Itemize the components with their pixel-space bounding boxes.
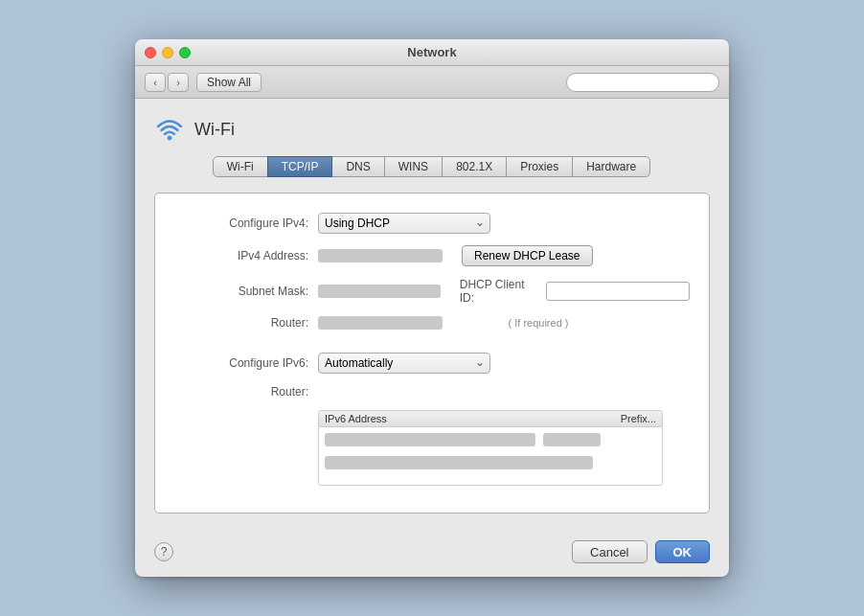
tab-tcpip[interactable]: TCP/IP [267,156,333,177]
dhcp-client-id-input[interactable] [546,282,690,301]
ipv6-address-cell [325,433,535,446]
wifi-header: Wi-Fi [154,114,710,145]
main-panel: Configure IPv4: Using DHCP IPv4 Address:… [154,193,710,513]
svg-point-0 [168,136,171,140]
subnet-mask-row: Subnet Mask: DHCP Client ID: [174,278,690,305]
nav-buttons: ‹ › [145,73,189,92]
forward-button[interactable]: › [168,73,189,92]
prefix-cell [543,433,601,446]
ipv4-address-label: IPv4 Address: [174,249,318,262]
ipv4-address-row: IPv4 Address: Renew DHCP Lease [174,245,690,266]
cancel-button[interactable]: Cancel [572,540,647,563]
ipv6-table-row: IPv6 Address Prefix... [174,410,690,486]
renew-dhcp-lease-button[interactable]: Renew DHCP Lease [462,245,593,266]
table-row [325,454,656,471]
configure-ipv4-row: Configure IPv4: Using DHCP [174,213,690,234]
subnet-mask-label: Subnet Mask: [174,285,318,298]
wifi-icon [154,114,185,145]
toolbar: ‹ › Show All [135,66,729,99]
configure-ipv6-row: Configure IPv6: Automatically [174,353,690,374]
configure-ipv6-label: Configure IPv6: [174,356,318,370]
maximize-button[interactable] [179,47,191,58]
router-label: Router: [174,316,318,330]
tab-8021x[interactable]: 802.1X [442,156,507,177]
configure-ipv6-select[interactable]: Automatically [318,353,490,374]
if-required-row: Router: ( If required ) [174,316,690,330]
traffic-lights [145,47,191,58]
tab-dns[interactable]: DNS [331,156,384,177]
if-required-text: ( If required ) [462,317,615,329]
tabs-bar: Wi-Fi TCP/IP DNS WINS 802.1X Proxies Har… [154,156,710,177]
table-row [325,431,656,448]
ipv6-table-body [319,427,662,485]
back-button[interactable]: ‹ [145,73,166,92]
help-button[interactable]: ? [154,542,173,561]
router-value [318,316,443,330]
configure-ipv4-label: Configure IPv4: [174,217,318,230]
tab-wins[interactable]: WINS [384,156,443,177]
search-input[interactable] [566,73,719,92]
bottom-bar: ? Cancel OK [135,529,729,577]
ipv4-address-value [318,249,443,262]
wifi-title: Wi-Fi [194,120,235,140]
ipv6-address-table: IPv6 Address Prefix... [318,410,663,486]
tab-hardware[interactable]: Hardware [572,156,650,177]
network-window: Network ‹ › Show All Wi-Fi Wi-Fi [135,39,729,577]
content-area: Wi-Fi Wi-Fi TCP/IP DNS WINS 802.1X Proxi… [135,99,729,529]
ipv6-router-label: Router: [174,385,318,399]
tab-wifi[interactable]: Wi-Fi [213,156,268,177]
configure-ipv6-select-wrapper: Automatically [318,353,490,374]
ok-button[interactable]: OK [655,540,711,563]
titlebar: Network [135,39,729,66]
dhcp-client-id-label: DHCP Client ID: [460,278,538,305]
ipv6-table-header: IPv6 Address Prefix... [319,411,662,427]
ipv6-router-row: Router: [174,385,690,399]
prefix-column-header: Prefix... [589,413,656,424]
subnet-mask-value [318,285,441,298]
ipv6-address-cell-2 [325,456,593,469]
configure-ipv4-select-wrapper: Using DHCP [318,213,490,234]
minimize-button[interactable] [162,47,173,58]
window-title: Network [407,45,456,59]
tab-proxies[interactable]: Proxies [506,156,573,177]
show-all-button[interactable]: Show All [196,73,261,92]
configure-ipv4-select[interactable]: Using DHCP [318,213,490,234]
close-button[interactable] [145,47,156,58]
ipv6-address-column-header: IPv6 Address [325,413,589,424]
